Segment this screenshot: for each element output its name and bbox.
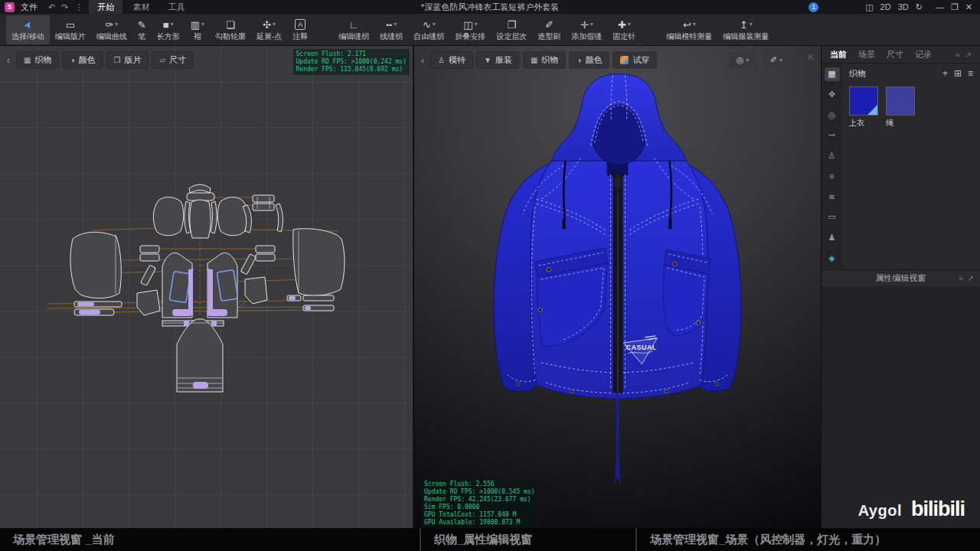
restore-button[interactable]: ❐ xyxy=(951,2,959,12)
panel-collapse-icon[interactable]: » xyxy=(956,51,960,59)
tool-annotation[interactable]: A注释 xyxy=(287,15,313,44)
dropdown-caret-icon[interactable]: ▾ xyxy=(171,21,174,28)
minimize-button[interactable]: — xyxy=(936,2,944,11)
topstitch-icon[interactable]: ≡ xyxy=(825,170,840,184)
tool-add-basting[interactable]: ✛▾添加假缝 xyxy=(566,15,607,44)
garment-collapse-icon[interactable]: ‹ xyxy=(419,55,426,66)
pattern-tab-fabric[interactable]: ▦织物 xyxy=(17,52,58,68)
fabric-swatch-绳[interactable]: 绳 xyxy=(886,86,915,129)
dropdown-caret-icon[interactable]: ▾ xyxy=(394,21,397,28)
tool-set-layer[interactable]: ❐设定层次 xyxy=(491,15,532,44)
dropdown-caret-icon[interactable]: ▾ xyxy=(628,21,631,28)
tool-line-sewing[interactable]: ╍▾线缝纫 xyxy=(374,15,408,44)
dropdown-caret-icon[interactable]: ▾ xyxy=(201,21,204,28)
piping-icon[interactable]: ▭ xyxy=(825,210,840,224)
tool-edit-garment-measure[interactable]: ↥▾编辑服装测量 xyxy=(717,15,774,44)
dropdown-caret-icon[interactable]: ▾ xyxy=(693,21,696,28)
button-icon[interactable]: ◎ xyxy=(825,108,840,122)
panel-tab-记录[interactable]: 记录 xyxy=(915,49,932,60)
pattern-pieces[interactable] xyxy=(70,184,345,392)
pattern-collapse-icon[interactable]: ‹ xyxy=(5,55,12,66)
garment-tab-garment[interactable]: ▼服装 xyxy=(477,52,519,68)
ribbon-tab-素材[interactable]: 素材 xyxy=(124,0,158,14)
split-view-icon[interactable]: ◫ xyxy=(865,2,873,12)
fabric-swatch-上衣[interactable]: 上衣 xyxy=(849,86,878,129)
dropdown-caret-icon[interactable]: ▾ xyxy=(750,21,753,28)
tool-edit-sewing[interactable]: ∟编辑缝纫 xyxy=(333,15,374,44)
add-fabric-button[interactable]: + xyxy=(942,68,948,79)
collapse-icon[interactable]: » xyxy=(959,274,963,282)
render-mode-button[interactable]: ◎▾ xyxy=(729,52,756,68)
main-toolbar: ➤选择/移动▭编辑版片✑▾编辑曲线✎笔■▾长方形▥▾褶❏勾勒轮廓✣▾延展-点A注… xyxy=(0,14,980,46)
view-3d-button[interactable]: 3D xyxy=(898,2,909,11)
view-2d-button[interactable]: 2D xyxy=(880,2,891,11)
tool-edit-pattern[interactable]: ▭编辑版片 xyxy=(50,15,91,44)
styling-brush-icon: ✐ xyxy=(545,18,554,31)
dropdown-caret-icon[interactable]: ▾ xyxy=(433,21,436,28)
app-logo-icon[interactable]: S xyxy=(5,2,15,12)
sync-icon[interactable]: ↻ xyxy=(916,2,923,12)
shirring-icon[interactable]: ≋ xyxy=(825,190,840,204)
tool-styling-brush[interactable]: ✐造型刷 xyxy=(532,15,566,44)
garment-tab-try-on[interactable]: 试穿 xyxy=(613,52,656,68)
garment-tab-color[interactable]: ◑颜色 xyxy=(570,52,609,68)
scene-cube-icon[interactable]: ◈ xyxy=(825,251,840,265)
viewport-mode-buttons: ◎▾✐▾ xyxy=(729,52,790,68)
garment-tab-label: 服装 xyxy=(495,54,512,66)
dropdown-caret-icon[interactable]: ▾ xyxy=(474,21,477,28)
fabric-icon[interactable]: ▦ xyxy=(825,67,840,81)
list-menu-icon[interactable]: ≡ xyxy=(968,68,973,79)
avatar-icon[interactable]: ♟ xyxy=(825,231,840,245)
dropdown-caret-icon[interactable]: ▾ xyxy=(273,21,276,28)
tool-fold-arrange[interactable]: ◫▾折叠安排 xyxy=(449,15,491,44)
garment-3d-viewport[interactable]: ‹♙模特▼服装▦织物◑颜色试穿 ◎▾✐▾ ⇱ xyxy=(414,46,821,528)
grid-view-icon[interactable]: ⊞ xyxy=(954,68,962,79)
tool-select-move[interactable]: ➤选择/移动 xyxy=(6,15,50,44)
ribbon-tab-开始[interactable]: 开始 xyxy=(89,0,122,14)
panel-tab-场景[interactable]: 场景 xyxy=(858,49,875,60)
garment-tab-label: 颜色 xyxy=(585,54,602,66)
pattern-2d-viewport[interactable]: ‹▦织物◑颜色❒版片▱尺寸 Screen Flush: 2.171 Update… xyxy=(0,46,413,528)
tool-pin[interactable]: ✚▾固定针 xyxy=(607,15,641,44)
garment-tab-fabric[interactable]: ▦织物 xyxy=(524,52,565,68)
garment-tab-model[interactable]: ♙模特 xyxy=(431,52,472,68)
pattern-pieces-canvas[interactable] xyxy=(0,46,413,528)
viewport-expand-icon[interactable]: ⇱ xyxy=(808,54,815,62)
tool-pen[interactable]: ✎笔 xyxy=(132,15,152,44)
center-zipper[interactable] xyxy=(613,173,623,393)
tool-free-sewing[interactable]: ∿▾自由缝纫 xyxy=(408,15,449,44)
more-icon[interactable]: ⋮ xyxy=(74,2,83,12)
panel-expand-icon[interactable]: ↗ xyxy=(965,51,972,59)
panel-tab-尺寸[interactable]: 尺寸 xyxy=(887,49,903,60)
notification-badge[interactable]: 1 xyxy=(808,2,818,12)
menu-file[interactable]: 文件 xyxy=(21,2,38,13)
close-button[interactable]: ✕ xyxy=(965,2,972,12)
fabric-icon: ▦ xyxy=(531,56,537,64)
ribbon-tab-工具[interactable]: 工具 xyxy=(159,0,193,14)
garment-tab-label: 试穿 xyxy=(632,54,649,66)
fabric-section-title: 织物 xyxy=(849,68,866,80)
tool-pleat[interactable]: ▥▾褶 xyxy=(185,15,210,44)
tool-label: 长方形 xyxy=(157,32,180,41)
tool-edit-curve[interactable]: ✑▾编辑曲线 xyxy=(91,15,132,44)
panel-tab-当前[interactable]: 当前 xyxy=(830,49,847,60)
pattern-tab-pattern[interactable]: ❒版片 xyxy=(107,52,149,68)
trim-icon[interactable]: ✥ xyxy=(825,88,840,102)
mannequin-icon[interactable]: ♙ xyxy=(825,149,840,163)
expand-icon[interactable]: ↗ xyxy=(968,274,974,282)
tool-rectangle[interactable]: ■▾长方形 xyxy=(152,15,185,44)
render-mode-icon: ◎ xyxy=(737,55,744,65)
zipper-icon[interactable]: ⊸ xyxy=(825,129,840,142)
tool-extend-point[interactable]: ✣▾延展-点 xyxy=(251,15,287,44)
pattern-tab-size[interactable]: ▱尺寸 xyxy=(152,52,193,68)
property-editor-header[interactable]: 属性编辑视窗 » ↗ xyxy=(822,269,980,287)
dropdown-caret-icon[interactable]: ▾ xyxy=(115,21,118,28)
jacket-3d-render[interactable]: CASUAL xyxy=(414,46,821,528)
tool-edit-model-measure[interactable]: ↩▾编辑模特测量 xyxy=(661,15,717,44)
undo-icon[interactable]: ↶ xyxy=(48,2,55,12)
brush-mode-button[interactable]: ✐▾ xyxy=(763,52,790,68)
redo-icon[interactable]: ↷ xyxy=(61,2,68,12)
dropdown-caret-icon[interactable]: ▾ xyxy=(590,21,593,28)
tool-trace-outline[interactable]: ❏勾勒轮廓 xyxy=(210,15,251,44)
pattern-tab-color[interactable]: ◑颜色 xyxy=(63,52,102,68)
